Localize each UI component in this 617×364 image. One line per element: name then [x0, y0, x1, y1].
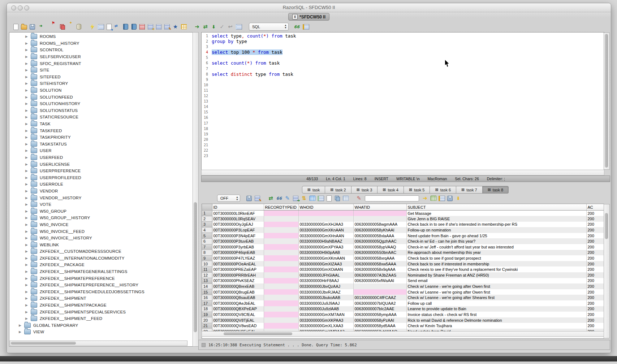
table-cell[interactable]: 200 [586, 255, 604, 261]
disclosure-triangle-icon[interactable]: ▶ [19, 324, 22, 327]
table-cell[interactable]: 200 [586, 278, 604, 284]
format-sql-icon[interactable] [138, 23, 146, 31]
table-cell[interactable] [264, 222, 298, 228]
table-cell[interactable]: 00T3000000PREZaEAP [212, 266, 264, 272]
table-cell[interactable]: 0033000000GmXKnAAN [298, 227, 353, 233]
tab-close-icon[interactable]: ⊠ [461, 187, 465, 192]
grid-vertical-scrollbar[interactable] [604, 204, 610, 338]
table-cell[interactable]: 200 [586, 300, 604, 306]
table-cell[interactable] [264, 238, 298, 244]
table-cell[interactable]: Check back to see if good target prospec… [406, 255, 586, 261]
code-line-11[interactable] [212, 88, 296, 93]
code-line-14[interactable] [212, 104, 296, 109]
document-tab[interactable]: x *SFDCW50 II [288, 13, 329, 21]
disclosure-triangle-icon[interactable]: ▶ [25, 135, 29, 139]
table-cell[interactable]: 00T3000000P3yrbEAB [212, 244, 264, 250]
table-cell[interactable]: Send email [406, 278, 586, 284]
copy-connection-icon[interactable] [59, 23, 66, 31]
row-number[interactable]: 10 [202, 261, 212, 267]
table-cell[interactable]: 200 [586, 289, 604, 295]
row-number[interactable]: 6 [202, 238, 212, 244]
table-cell[interactable]: 006300000058ypVAAQ [353, 244, 406, 250]
tree-item-vendor-history[interactable]: ▶VENDOR__HISTORY [9, 194, 193, 201]
disclosure-triangle-icon[interactable]: ▶ [25, 290, 29, 294]
table-cell[interactable]: 00T3000000Q8sauEAB [212, 295, 264, 300]
tree-item-w50-group-history[interactable]: ▶W50_GROUP__HISTORY [9, 214, 193, 221]
disclosure-triangle-icon[interactable]: ▶ [25, 236, 29, 240]
tree-item-sitehistory[interactable]: ▶SITEHISTORY [9, 80, 193, 87]
tree-item-selfserviceuser[interactable]: ▶SELFSERVICEUSER [9, 53, 193, 60]
tree-item-zkfedex-shipmatepreference[interactable]: ▶ZKFEDEX__SHIPMATEPREFERENCE [9, 275, 193, 282]
table-tools-icon[interactable] [180, 23, 187, 31]
result-tab-task-3[interactable]: ⊠task 3 [351, 186, 378, 194]
table-cell[interactable]: Leanne to provide update to Bain [406, 306, 586, 312]
table-row[interactable]: 100T3000000L0RknEAFGet Massage200 [202, 211, 604, 216]
disclosure-triangle-icon[interactable]: ▶ [25, 68, 29, 72]
disclosure-triangle-icon[interactable]: ▶ [25, 62, 29, 65]
refresh-results-icon[interactable]: ⇄ [267, 195, 275, 202]
code-line-6[interactable]: select count(*) from task [212, 60, 296, 66]
table-cell[interactable]: 200 [586, 323, 604, 329]
table-cell[interactable]: 0033000000GmXHJAA3 [298, 222, 353, 228]
table-cell[interactable]: 0033000000Ju9J9AAJ [298, 300, 353, 306]
autocommit-dropdown[interactable]: OFF ▲▼ [217, 195, 240, 202]
code-line-4[interactable]: select top 100 * from task [212, 49, 296, 55]
table-cell[interactable]: 200 [586, 261, 604, 267]
copy-table-icon[interactable] [342, 195, 349, 202]
table-row[interactable]: 800T3000000P46qnEAB0033000000H9i0pAAB006… [202, 250, 604, 256]
tree-item-w50-group[interactable]: ▶W50_GROUP [9, 208, 193, 214]
tree-item-zkfedex-shipment-feed[interactable]: ▶ZKFEDEX__SHIPMENT__FEED [9, 315, 193, 322]
table-row[interactable]: 600T3000000P3tuvEAB0033000000H9aNBAAZ006… [202, 238, 604, 244]
table-cell[interactable]: Check w/ Leanne - we're going after Shea… [406, 295, 586, 300]
tree-item-user[interactable]: ▶USER [9, 147, 193, 154]
disclosure-triangle-icon[interactable]: ▶ [25, 216, 29, 220]
table-cell[interactable]: Re-approach about membership this year [406, 250, 586, 256]
table-row[interactable]: 1200T3000000PRR8rEAH0033000000JFhGlAAL00… [202, 272, 604, 278]
tree-horizontal-scrollbar[interactable] [10, 341, 187, 346]
editor-horizontal-scrollbar[interactable] [201, 170, 604, 176]
disclosure-triangle-icon[interactable]: ▶ [25, 250, 29, 253]
table-cell[interactable]: 0033000000GmXKmAAN [298, 255, 353, 261]
database-icon[interactable] [75, 23, 83, 31]
edit-table-icon[interactable] [97, 23, 104, 31]
tree-item-sfdc-registrant[interactable]: ▶SFDC_REGISTRANT [9, 60, 193, 67]
disclosure-triangle-icon[interactable]: ▶ [25, 283, 29, 287]
table-cell[interactable]: 200 [586, 283, 604, 289]
table-cell[interactable] [264, 289, 298, 295]
import-data-icon[interactable]: ➔ [147, 23, 154, 31]
results-search-input[interactable] [365, 195, 419, 202]
disclosure-triangle-icon[interactable]: ▶ [25, 48, 29, 52]
table-row[interactable]: 1800T3000000QBXPeEAP0033000000Ju9zlAAB00… [202, 306, 604, 312]
connect-icon[interactable] [42, 23, 49, 31]
disclosure-triangle-icon[interactable]: ▶ [25, 55, 29, 58]
sql-history-icon[interactable] [122, 23, 129, 31]
row-number[interactable]: 2 [202, 216, 212, 222]
table-cell[interactable]: 006300000058xw5AAA [353, 261, 406, 267]
export-results-icon[interactable] [430, 195, 437, 202]
code-line-5[interactable] [212, 55, 296, 60]
switch-connection-icon[interactable]: ⇄ [202, 23, 209, 31]
disclosure-triangle-icon[interactable]: ▶ [25, 75, 29, 79]
edit-sql-icon[interactable]: ✎ [163, 23, 171, 31]
disclosure-triangle-icon[interactable]: ▶ [25, 95, 29, 99]
table-cell[interactable]: Follow-up on nomination [406, 227, 586, 233]
table-cell[interactable]: Check nexis to see if they've found a re… [406, 266, 586, 272]
row-number[interactable]: 15 [202, 289, 212, 295]
sort-icon[interactable]: ⇅ [300, 195, 308, 202]
title-bar[interactable]: RazorSQL - SFDCW50 II [7, 3, 611, 12]
disclosure-triangle-icon[interactable]: ▶ [25, 42, 29, 45]
table-row[interactable]: 1400T3000000Q8rexEAB0033000000JbvQzAAJCh… [202, 283, 604, 289]
tree-item-rooms[interactable]: ▶ROOMS [9, 33, 193, 40]
table-cell[interactable] [264, 278, 298, 284]
table-cell[interactable]: Nominated by Shane Freeman at ANZ (HR50) [406, 272, 586, 278]
table-cell[interactable] [353, 283, 406, 289]
tree-item-userlicense[interactable]: ▶USERLICENSE [9, 161, 193, 168]
table-cell[interactable]: 0033000000JFhGlAAL [298, 272, 353, 278]
table-cell[interactable]: 006300000058wgmAAA [353, 222, 406, 228]
row-number[interactable]: 21 [202, 323, 212, 329]
table-cell[interactable]: 00T3000000QV8wsEAD [212, 323, 264, 329]
table-cell[interactable]: 00T3000000PRR8rEAH [212, 272, 264, 278]
code-line-17[interactable] [212, 121, 296, 126]
go-forward-icon[interactable]: ➔ [193, 23, 201, 31]
disclosure-triangle-icon[interactable]: ▶ [25, 263, 29, 266]
